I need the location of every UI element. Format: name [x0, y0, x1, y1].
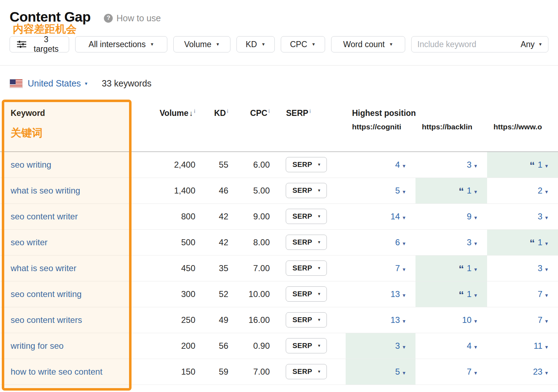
position-value[interactable]: 14	[390, 212, 400, 221]
how-to-use-link[interactable]: ? How to use	[104, 13, 161, 23]
position-value[interactable]: 4	[467, 341, 471, 351]
position-cell: 10▼	[415, 307, 487, 333]
serp-button[interactable]: SERP▼	[286, 261, 327, 276]
kd-filter-dropdown[interactable]: KD ▼	[236, 36, 274, 52]
intersections-dropdown[interactable]: All intersections ▼	[75, 36, 167, 52]
serp-button[interactable]: SERP▼	[286, 312, 327, 327]
chinese-keyword-annotation: 关键词	[11, 126, 133, 140]
kd-column-header[interactable]: KDi	[197, 98, 230, 152]
caret-down-icon: ▼	[317, 214, 321, 218]
caret-down-icon: ▼	[389, 42, 393, 46]
topbar: Content Gap ? How to use 内容差距机会 3 target…	[0, 0, 558, 52]
volume-cell: 450	[133, 255, 197, 281]
position-value[interactable]: 10	[462, 315, 471, 325]
country-row: United States ▼ 33 keywords	[0, 66, 558, 89]
caret-down-icon: ▼	[317, 163, 321, 167]
position-value[interactable]: 9	[467, 212, 471, 221]
word-count-filter-dropdown[interactable]: Word count ▼	[331, 36, 405, 52]
position-value[interactable]: 3	[467, 160, 471, 169]
position-value[interactable]: 6	[395, 237, 400, 247]
keyword-link[interactable]: seo content writers	[11, 315, 82, 325]
keyword-link[interactable]: writing for seo	[11, 341, 63, 351]
caret-down-icon: ▼	[544, 370, 549, 376]
serp-cell: SERP▼	[272, 281, 346, 307]
caret-down-icon: ▼	[261, 42, 266, 46]
keyword-link[interactable]: how to write seo content	[11, 367, 102, 376]
position-value[interactable]: 3	[395, 341, 400, 351]
caret-down-icon: ▼	[317, 344, 321, 348]
position-value[interactable]: 5	[395, 186, 400, 195]
position-value[interactable]: 2	[538, 186, 542, 195]
caret-down-icon: ▼	[473, 370, 478, 376]
target-url-header[interactable]: https://www.o	[487, 123, 558, 152]
caret-down-icon: ▼	[402, 189, 406, 195]
position-cell: 3▼	[415, 229, 487, 255]
volume-filter-dropdown[interactable]: Volume ▼	[173, 36, 230, 52]
serp-button[interactable]: SERP▼	[286, 286, 327, 302]
caret-down-icon: ▼	[402, 293, 406, 298]
position-value[interactable]: 1	[538, 237, 542, 247]
kd-cell: 55	[197, 152, 230, 178]
serp-button[interactable]: SERP▼	[286, 157, 327, 172]
keyword-link[interactable]: what is seo writer	[11, 263, 76, 273]
position-value[interactable]: 4	[395, 160, 400, 169]
serp-button[interactable]: SERP▼	[286, 183, 327, 198]
position-value[interactable]: 7	[538, 315, 542, 325]
position-value[interactable]: 13	[390, 289, 400, 299]
position-value[interactable]: 7	[467, 367, 471, 376]
target-url-header[interactable]: https://backlin	[415, 123, 487, 152]
caret-down-icon: ▼	[544, 345, 549, 350]
include-keyword-input[interactable]	[417, 40, 506, 49]
position-value[interactable]: 11	[534, 341, 542, 351]
position-cell: 7▼	[415, 359, 487, 385]
position-value[interactable]: 1	[467, 289, 471, 299]
table-row: seo writing2,400556.00SERP▼4▼3▼“1▼	[0, 152, 558, 178]
position-value[interactable]: 3	[538, 212, 542, 221]
serp-column-header: SERPi	[272, 98, 346, 152]
table-row: seo content writing3005210.00SERP▼13▼“1▼…	[0, 281, 558, 307]
volume-column-header[interactable]: Volume↓i	[133, 98, 197, 152]
position-value[interactable]: 13	[390, 315, 400, 325]
targets-button[interactable]: 3 targets	[10, 36, 69, 52]
position-value[interactable]: 3	[467, 237, 471, 247]
serp-button[interactable]: SERP▼	[286, 364, 327, 379]
position-value[interactable]: 23	[533, 367, 542, 376]
cpc-filter-dropdown[interactable]: CPC ▼	[281, 36, 325, 52]
caret-down-icon: ▼	[317, 370, 321, 374]
serp-cell: SERP▼	[272, 359, 346, 385]
caret-down-icon: ▼	[216, 42, 220, 46]
keyword-cell: writing for seo	[0, 333, 133, 359]
position-value[interactable]: 7	[538, 289, 542, 299]
position-cell: 5▼	[346, 178, 415, 203]
serp-button-label: SERP	[292, 264, 312, 272]
position-value[interactable]: 1	[467, 186, 471, 195]
volume-cell: 2,400	[133, 152, 197, 178]
position-value[interactable]: 7	[395, 263, 400, 273]
cpc-column-header[interactable]: CPCi	[230, 98, 272, 152]
keyword-link[interactable]: what is seo writing	[11, 186, 80, 195]
table-row: how to write seo content150597.00SERP▼5▼…	[0, 359, 558, 385]
position-value[interactable]: 1	[467, 263, 471, 273]
sort-desc-icon: ↓	[189, 109, 193, 117]
caret-down-icon: ▼	[544, 267, 549, 272]
keyword-link[interactable]: seo writing	[11, 160, 51, 169]
intersections-label: All intersections	[89, 40, 146, 49]
serp-button[interactable]: SERP▼	[286, 235, 327, 250]
caret-down-icon: ▼	[402, 370, 406, 376]
keyword-column-header[interactable]: Keyword 关键词	[0, 98, 133, 152]
serp-button[interactable]: SERP▼	[286, 209, 327, 224]
country-selector[interactable]: United States ▼	[28, 78, 88, 89]
position-value[interactable]: 5	[395, 367, 400, 376]
volume-cell: 1,400	[133, 178, 197, 203]
serp-cell: SERP▼	[272, 178, 346, 203]
keyword-link[interactable]: seo content writer	[11, 212, 78, 221]
cpc-cell: 7.00	[230, 255, 272, 281]
serp-button[interactable]: SERP▼	[286, 338, 327, 353]
keyword-link[interactable]: seo content writing	[11, 289, 82, 299]
position-value[interactable]: 1	[538, 160, 542, 169]
info-icon: i	[268, 108, 270, 114]
target-url-header[interactable]: https://cogniti	[346, 123, 415, 152]
any-dropdown[interactable]: Any ▼	[520, 40, 542, 49]
keyword-link[interactable]: seo writer	[11, 237, 48, 247]
position-value[interactable]: 3	[538, 263, 542, 273]
